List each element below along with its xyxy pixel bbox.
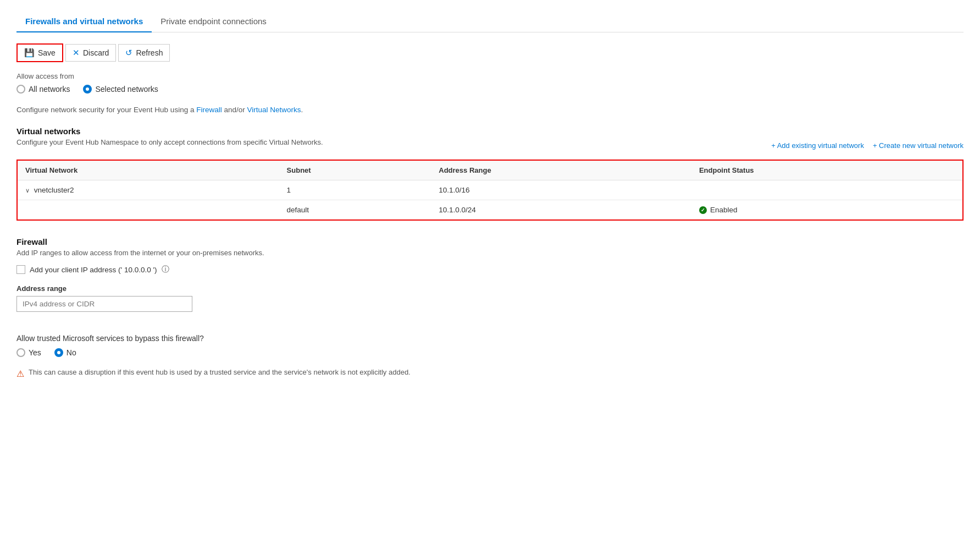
radio-selected-circle: [83, 85, 92, 94]
warning-text: This can cause a disruption if this even…: [29, 368, 411, 376]
table-header-row: Virtual Network Subnet Address Range End…: [17, 160, 963, 180]
col-address-range: Address Range: [431, 160, 691, 180]
vnet-name: ∨ vnetcluster2: [17, 180, 279, 200]
warning-row: ⚠ This can cause a disruption if this ev…: [16, 368, 964, 379]
trusted-question: Allow trusted Microsoft services to bypa…: [16, 334, 964, 343]
radio-trusted-yes[interactable]: Yes: [16, 348, 41, 357]
vnet-name-text: vnetcluster2: [34, 186, 74, 194]
enabled-text: Enabled: [710, 206, 738, 214]
toolbar: 💾 Save ✕ Discard ↺ Refresh: [16, 43, 964, 62]
vnet-status: [691, 180, 963, 200]
action-links: + Add existing virtual network + Create …: [771, 141, 964, 150]
refresh-icon: ↺: [125, 48, 132, 58]
address-range-input[interactable]: [16, 296, 192, 312]
radio-all-networks[interactable]: All networks: [16, 85, 70, 94]
client-ip-label: Add your client IP address (' 10.0.0.0 '…: [30, 266, 157, 274]
allow-access-label: Allow access from: [16, 72, 964, 80]
vnet-child-status: Enabled: [691, 200, 963, 221]
refresh-button[interactable]: ↺ Refresh: [118, 44, 170, 62]
create-new-vnet-link[interactable]: + Create new virtual network: [873, 141, 964, 150]
discard-label: Discard: [83, 48, 109, 57]
radio-all-circle: [16, 85, 25, 94]
firewall-link[interactable]: Firewall: [196, 106, 222, 114]
trusted-radio-group: Yes No: [16, 348, 964, 357]
radio-no-circle: [54, 348, 63, 357]
discard-button[interactable]: ✕ Discard: [65, 44, 116, 62]
radio-no-label: No: [67, 348, 76, 357]
configure-description: Configure network security for your Even…: [16, 105, 964, 116]
table-row: default 10.1.0.0/24 Enabled: [17, 200, 963, 221]
table-row: ∨ vnetcluster2 1 10.1.0/16: [17, 180, 963, 200]
virtual-networks-title: Virtual networks: [16, 127, 964, 136]
firewall-title: Firewall: [16, 237, 964, 246]
virtual-networks-link[interactable]: Virtual Networks: [247, 106, 301, 114]
radio-all-label: All networks: [29, 85, 70, 94]
radio-selected-networks[interactable]: Selected networks: [83, 85, 158, 94]
chevron-down-icon[interactable]: ∨: [25, 187, 30, 194]
radio-selected-label: Selected networks: [95, 85, 158, 94]
tab-private-endpoints[interactable]: Private endpoint connections: [152, 11, 275, 32]
firewall-section: Firewall Add IP ranges to allow access f…: [16, 237, 964, 323]
firewall-description: Add IP ranges to allow access from the i…: [16, 249, 964, 257]
radio-yes-label: Yes: [29, 348, 41, 357]
vnet-address-range: 10.1.0/16: [431, 180, 691, 200]
enabled-dot-icon: [699, 206, 707, 214]
warning-icon: ⚠: [16, 369, 24, 379]
virtual-networks-section: Virtual networks Configure your Event Hu…: [16, 127, 964, 221]
discard-icon: ✕: [73, 48, 80, 58]
refresh-label: Refresh: [136, 48, 163, 57]
virtual-networks-desc: Configure your Event Hub Namespace to on…: [16, 138, 323, 146]
save-icon: 💾: [24, 48, 35, 58]
vnet-child-name: [17, 200, 279, 221]
address-range-label: Address range: [16, 284, 964, 293]
access-radio-group: All networks Selected networks: [16, 85, 964, 94]
info-icon[interactable]: ⓘ: [162, 265, 169, 274]
radio-yes-circle: [16, 348, 25, 357]
vnet-child-address-range: 10.1.0.0/24: [431, 200, 691, 221]
status-enabled: Enabled: [699, 206, 955, 214]
save-button[interactable]: 💾 Save: [16, 43, 63, 62]
trusted-services-section: Allow trusted Microsoft services to bypa…: [16, 334, 964, 379]
col-virtual-network: Virtual Network: [17, 160, 279, 180]
client-ip-row: Add your client IP address (' 10.0.0.0 '…: [16, 265, 964, 274]
col-endpoint-status: Endpoint Status: [691, 160, 963, 180]
tab-bar: Firewalls and virtual networks Private e…: [16, 11, 964, 32]
add-existing-vnet-link[interactable]: + Add existing virtual network: [771, 141, 864, 150]
radio-trusted-no[interactable]: No: [54, 348, 76, 357]
vnet-subnet: 1: [279, 180, 431, 200]
virtual-networks-table: Virtual Network Subnet Address Range End…: [16, 160, 964, 221]
col-subnet: Subnet: [279, 160, 431, 180]
save-label: Save: [38, 48, 56, 57]
client-ip-checkbox[interactable]: [16, 265, 25, 274]
tab-firewalls[interactable]: Firewalls and virtual networks: [16, 11, 152, 32]
vnet-child-subnet: default: [279, 200, 431, 221]
virtual-networks-desc-row: Configure your Event Hub Namespace to on…: [16, 138, 964, 153]
